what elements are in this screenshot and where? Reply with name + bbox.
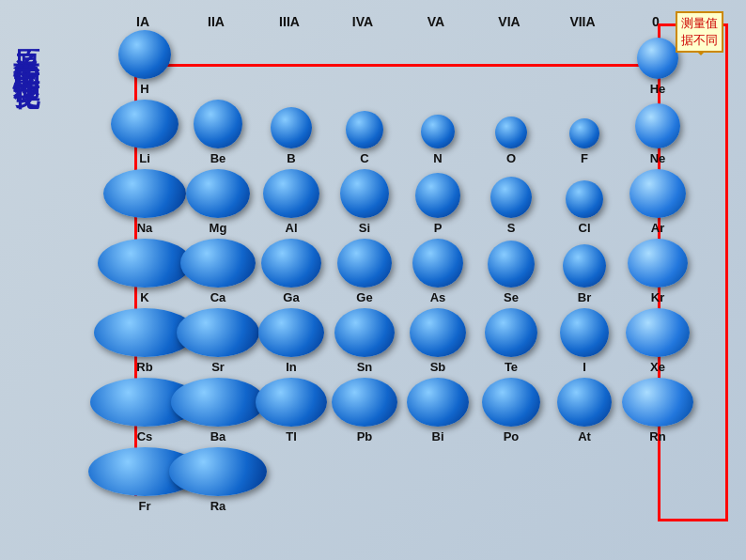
atom-sphere-ca <box>180 239 256 288</box>
atom-sphere-sn <box>334 308 395 357</box>
atom-sphere-k <box>98 239 192 288</box>
element-cell-sn: Sn <box>328 308 401 378</box>
atom-sphere-po <box>482 378 540 427</box>
atom-sphere-br <box>563 244 606 288</box>
atom-sphere-ra <box>169 447 267 496</box>
element-cell-al: Al <box>255 169 328 239</box>
header-IA: IA <box>106 14 179 29</box>
element-label-ne: Ne <box>650 151 666 165</box>
arrow-right <box>134 64 661 67</box>
element-label-kr: Kr <box>651 290 664 304</box>
atom-sphere-be <box>194 100 242 148</box>
element-label-na: Na <box>137 221 153 235</box>
element-label-ba: Ba <box>210 429 226 443</box>
header-VA: VA <box>399 14 473 29</box>
atom-sphere-sr <box>177 308 259 357</box>
element-label-xe: Xe <box>650 360 665 374</box>
element-cell-fr: Fr <box>108 447 181 517</box>
element-label-sr: Sr <box>211 360 225 374</box>
element-label-i: I <box>583 360 586 374</box>
element-cell-li: Li <box>108 100 181 169</box>
atom-sphere-kr <box>628 239 688 288</box>
element-label-rb: Rb <box>136 360 152 374</box>
element-cell-se: Se <box>474 239 548 308</box>
element-cell-be: Be <box>181 100 255 169</box>
atom-sphere-na <box>103 169 186 218</box>
element-label-c: C <box>360 151 368 165</box>
element-cell-s: S <box>474 169 548 239</box>
atom-sphere-pb <box>332 378 397 427</box>
element-cell-bi: Bi <box>401 378 474 447</box>
main-area: IA IIA IIIA IVA VA VIA VIIA 0 测量值据不同 HHe… <box>52 9 728 554</box>
element-cell-pb: Pb <box>328 378 401 447</box>
column-headers: IA IIA IIIA IVA VA VIA VIIA 0 <box>106 14 692 29</box>
element-cell-o: O <box>474 100 548 169</box>
element-label-k: K <box>140 290 148 304</box>
atom-sphere-si <box>340 169 389 218</box>
element-cell-mg: Mg <box>181 169 255 239</box>
atom-sphere-al <box>263 169 319 218</box>
element-label-li: Li <box>139 151 150 165</box>
element-cell-in: In <box>255 308 328 378</box>
header-VIIA: VIIA <box>546 14 619 29</box>
atom-sphere-li <box>111 100 179 148</box>
element-cell-cs: Cs <box>108 378 181 447</box>
element-label-cs: Cs <box>137 429 153 443</box>
element-label-p: P <box>434 221 443 235</box>
element-label-te: Te <box>505 360 518 374</box>
element-cell-ca: Ca <box>181 239 255 308</box>
atom-sphere-ne <box>635 103 680 148</box>
atom-sphere-ge <box>337 239 392 288</box>
atom-sphere-n <box>421 115 455 148</box>
element-label-ar: Ar <box>651 221 664 235</box>
atom-sphere-ga <box>261 239 321 288</box>
element-label-pb: Pb <box>357 429 373 443</box>
element-cell-na: Na <box>108 169 181 239</box>
element-label-bi: Bi <box>432 429 444 443</box>
element-cell-ba: Ba <box>181 378 255 447</box>
atom-sphere-rn <box>622 378 693 427</box>
element-label-s: S <box>507 221 516 235</box>
atom-sphere-in <box>258 308 324 357</box>
element-label-he: He <box>650 82 666 96</box>
element-cell-i: I <box>548 308 621 378</box>
element-label-in: In <box>286 360 297 374</box>
element-label-o: O <box>506 151 516 165</box>
atom-sphere-se <box>488 241 535 288</box>
element-cell-k: K <box>108 239 181 308</box>
element-label-po: Po <box>504 429 520 443</box>
element-cell-tl: Tl <box>255 378 328 447</box>
element-cell-as: As <box>401 239 474 308</box>
element-cell-h: H <box>108 30 181 100</box>
element-cell-p: P <box>401 169 474 239</box>
element-label-n: N <box>433 151 442 165</box>
atom-sphere-c <box>346 111 383 148</box>
element-label-ge: Ge <box>356 290 372 304</box>
element-cell-ga: Ga <box>255 239 328 308</box>
element-label-si: Si <box>359 221 370 235</box>
element-label-f: F <box>581 151 588 165</box>
page-title: 原子半径的周期性变化 <box>8 28 43 536</box>
element-cell-ne: Ne <box>621 100 694 169</box>
atom-sphere-b <box>271 107 312 148</box>
element-cell-si: Si <box>328 169 401 239</box>
annotation-box: 测量值据不同 <box>676 11 723 53</box>
atom-sphere-as <box>412 239 463 288</box>
atom-sphere-bi <box>407 378 469 427</box>
element-cell-rb: Rb <box>108 308 181 378</box>
element-cell-f: F <box>548 100 621 169</box>
element-label-as: As <box>430 290 446 304</box>
atom-sphere-at <box>557 378 612 427</box>
element-label-al: Al <box>286 221 298 235</box>
atom-sphere-h <box>118 30 171 79</box>
element-label-ga: Ga <box>283 290 299 304</box>
element-label-at: At <box>578 429 591 443</box>
element-cell-rn: Rn <box>621 378 694 447</box>
atom-sphere-tl <box>256 378 327 427</box>
element-label-se: Se <box>504 290 519 304</box>
element-label-rn: Rn <box>649 429 665 443</box>
element-cell-cl: Cl <box>548 169 621 239</box>
element-cell-ra: Ra <box>181 447 255 517</box>
header-IIIA: IIIA <box>253 14 326 29</box>
element-label-tl: Tl <box>286 429 297 443</box>
